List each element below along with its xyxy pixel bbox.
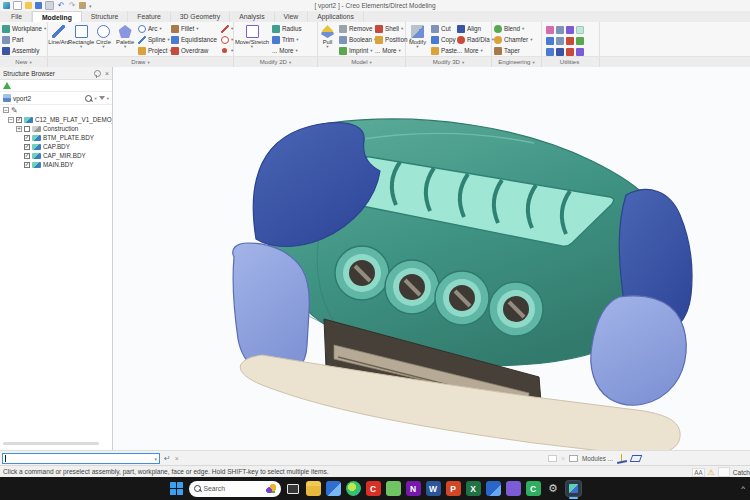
powerpoint-button[interactable]: P bbox=[446, 481, 461, 496]
tree-collapse-icon[interactable]: − bbox=[3, 107, 9, 113]
tab-structure[interactable]: Structure bbox=[82, 11, 129, 22]
move-stretch-button[interactable]: Move/Stretch▾ bbox=[234, 23, 270, 56]
show-filter-icon[interactable] bbox=[3, 82, 11, 89]
expander-plus-icon[interactable]: + bbox=[16, 126, 22, 132]
utility-icon-5[interactable] bbox=[546, 37, 554, 45]
pencil-icon[interactable]: ✎ bbox=[11, 106, 18, 115]
catch-mode-label[interactable]: Catch bbox=[733, 469, 750, 476]
copy-button[interactable]: Copy bbox=[429, 34, 455, 45]
tree-cap-mir-label[interactable]: CAP_MIR.BDY bbox=[43, 152, 86, 159]
utility-icon-9[interactable] bbox=[546, 48, 554, 56]
model-port-1[interactable] bbox=[335, 246, 389, 300]
model-corner-right[interactable] bbox=[591, 296, 686, 405]
undo-icon[interactable]: ↶ bbox=[57, 2, 65, 10]
assembly-button[interactable]: Assembly bbox=[0, 45, 48, 56]
utility-icon-3[interactable] bbox=[566, 26, 574, 34]
remove-button[interactable]: Remove▾ bbox=[337, 23, 373, 34]
radius-button[interactable]: Radius bbox=[270, 23, 316, 34]
cut-button[interactable]: Cut bbox=[429, 23, 455, 34]
spline-button[interactable]: Spline▾ bbox=[136, 34, 169, 45]
teams-button[interactable] bbox=[506, 481, 521, 496]
group-label-model[interactable]: Model bbox=[318, 57, 406, 67]
3d-viewport[interactable] bbox=[114, 67, 750, 450]
new-document-icon[interactable] bbox=[13, 1, 22, 10]
construction-circle-button[interactable]: ▾ bbox=[219, 34, 233, 45]
tree-row-btm-plate[interactable]: ✓ BTM_PLATE.BDY bbox=[2, 133, 112, 142]
panel-close-icon[interactable]: × bbox=[105, 70, 109, 77]
command-dropdown-icon[interactable]: ▾ bbox=[154, 456, 157, 462]
position-button[interactable]: Position▾ bbox=[373, 34, 405, 45]
tab-view[interactable]: View bbox=[275, 11, 309, 22]
trim-button[interactable]: Trim▾ bbox=[270, 34, 316, 45]
rectangle-button[interactable]: Rectangle▾ bbox=[70, 23, 93, 56]
viewport-label[interactable]: vport2 bbox=[13, 95, 31, 102]
root-checkbox[interactable]: ✓ bbox=[16, 117, 22, 123]
cap-checkbox[interactable]: ✓ bbox=[24, 144, 30, 150]
tab-modeling[interactable]: Modeling bbox=[32, 11, 82, 22]
file-explorer-button[interactable] bbox=[306, 481, 321, 496]
utility-icon-8[interactable] bbox=[576, 37, 584, 45]
task-view-button[interactable] bbox=[286, 481, 301, 496]
tab-feature[interactable]: Feature bbox=[128, 11, 170, 22]
model-corner-front-left[interactable] bbox=[233, 243, 309, 375]
paste-button[interactable]: Paste bbox=[429, 45, 455, 56]
save-icon[interactable] bbox=[35, 2, 42, 9]
link-icon[interactable] bbox=[79, 2, 86, 9]
workplane-toggle-icon[interactable] bbox=[630, 455, 643, 462]
tree-root-label[interactable]: C12_MB_FLAT_V1_DEMO_PR bbox=[35, 116, 112, 123]
camtasia-button[interactable]: C bbox=[366, 481, 381, 496]
btm-plate-checkbox[interactable]: ✓ bbox=[24, 135, 30, 141]
rad-dia-button[interactable]: Rad/Dia▾ bbox=[455, 34, 491, 45]
tree-cap-label[interactable]: CAP.BDY bbox=[43, 143, 70, 150]
outlook-button[interactable] bbox=[326, 481, 341, 496]
3d-model[interactable] bbox=[114, 67, 750, 450]
utility-icon-4[interactable] bbox=[576, 26, 584, 34]
tree-row-root[interactable]: − ✓ C12_MB_FLAT_V1_DEMO_PR bbox=[2, 115, 112, 124]
excel-button[interactable]: X bbox=[466, 481, 481, 496]
taper-button[interactable]: Taper bbox=[492, 45, 534, 56]
utility-icon-1[interactable] bbox=[546, 26, 554, 34]
photos-button[interactable] bbox=[486, 481, 501, 496]
enter-command-icon[interactable]: ↵ bbox=[164, 454, 171, 463]
part-button[interactable]: Part bbox=[0, 34, 48, 45]
shell-button[interactable]: Shell▾ bbox=[373, 23, 405, 34]
arc-button[interactable]: Arc▾ bbox=[136, 23, 169, 34]
imprint-button[interactable]: Imprint▾ bbox=[337, 45, 373, 56]
circle-button[interactable]: Circle▾ bbox=[93, 23, 115, 56]
group-label-modify-3d[interactable]: Modify 3D bbox=[406, 57, 492, 67]
group-label-engineering[interactable]: Engineering bbox=[492, 57, 542, 67]
tab-applications[interactable]: Applications bbox=[308, 11, 364, 22]
browser-button[interactable] bbox=[346, 481, 361, 496]
workplane-button[interactable]: Workplane▾ bbox=[0, 23, 48, 34]
chamfer-button[interactable]: Chamfer▾ bbox=[492, 34, 534, 45]
creo-app-button[interactable] bbox=[566, 481, 581, 496]
modules-button[interactable]: Modules ... bbox=[582, 455, 613, 462]
model-port-2[interactable] bbox=[385, 260, 439, 314]
settings-button[interactable]: ⚙ bbox=[546, 481, 561, 496]
coordinate-axes-icon[interactable] bbox=[617, 454, 627, 464]
search-caret-icon[interactable]: ▾ bbox=[94, 96, 96, 101]
blend-button[interactable]: Blend▾ bbox=[492, 23, 534, 34]
palette-button[interactable]: Palette▾ bbox=[114, 23, 136, 56]
search-tree-icon[interactable] bbox=[85, 95, 92, 102]
tree-main-label[interactable]: MAIN.BDY bbox=[43, 161, 73, 168]
tab-file[interactable]: File bbox=[2, 11, 32, 22]
fillet-button[interactable]: Fillet▾ bbox=[169, 23, 219, 34]
tree-row-main[interactable]: ✓ MAIN.BDY bbox=[2, 160, 112, 169]
modify3d-more-button[interactable]: ...More▾ bbox=[455, 45, 491, 56]
tree-row-cap-mir[interactable]: ✓ CAP_MIR.BDY bbox=[2, 151, 112, 160]
new-viewport-icon[interactable] bbox=[569, 455, 578, 462]
tree-row-construction[interactable]: + Construction bbox=[2, 124, 112, 133]
warning-icon[interactable]: ⚠ bbox=[708, 468, 715, 477]
redo-icon[interactable]: ↷ bbox=[68, 2, 76, 10]
model-port-3[interactable] bbox=[435, 271, 489, 325]
overdraw-button[interactable]: Overdraw bbox=[169, 45, 219, 56]
tab-analysis[interactable]: Analysis bbox=[230, 11, 274, 22]
group-label-new[interactable]: New bbox=[0, 57, 48, 67]
point-button[interactable]: ▾ bbox=[219, 45, 233, 56]
modify2d-more-button[interactable]: ...More▾ bbox=[270, 45, 316, 56]
filter-icon[interactable] bbox=[99, 96, 105, 100]
group-label-draw[interactable]: Draw bbox=[48, 57, 234, 67]
model-port-4[interactable] bbox=[489, 282, 543, 336]
taskbar-search[interactable]: Search bbox=[189, 481, 281, 497]
